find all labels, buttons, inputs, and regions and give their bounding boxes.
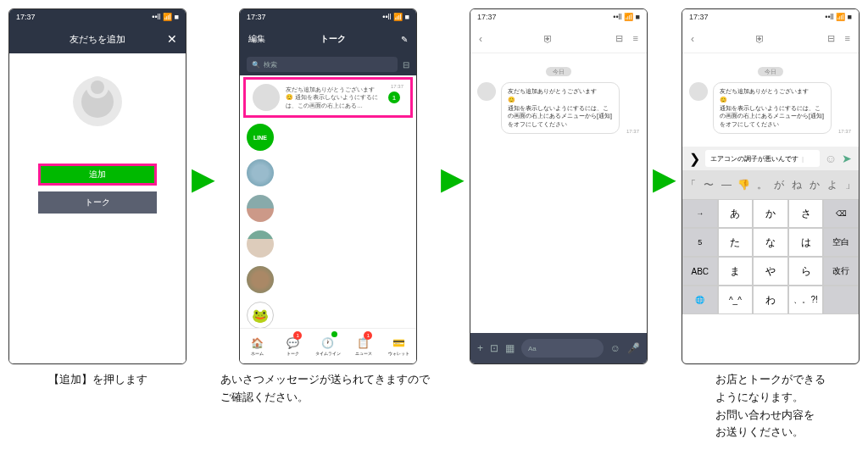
kb-key[interactable]: 、。?! [788,286,824,314]
back-icon[interactable]: ‹ [479,33,482,45]
tab-timeline[interactable]: タイムライン [310,329,346,363]
kb-key[interactable]: 〜 [700,170,718,199]
chat-message: 友だち追加ありがとうございます 😊 通知を表示しないようにするには、この画面の右… [477,82,640,134]
mic-icon[interactable]: 🎤 [627,342,640,354]
chat-item[interactable] [240,119,416,155]
kb-key[interactable]: な [753,228,788,257]
bottom-nav: ホーム トーク1 タイムライン ニュース1 ウォレット [240,328,416,363]
search-icon[interactable]: ⊟ [615,33,623,44]
talk-button[interactable]: トーク [38,191,157,214]
kb-key[interactable]: か [806,170,824,199]
arrow-icon: ▶ [441,161,465,197]
edit-button[interactable]: 編集 [248,33,265,45]
kb-key[interactable]: は [788,228,824,257]
kb-key[interactable]: 」 [841,170,859,199]
status-time: 17:37 [689,13,709,21]
tab-home[interactable]: ホーム [240,329,275,363]
kb-key[interactable]: あ [718,199,754,228]
tab-news[interactable]: ニュース1 [346,329,381,363]
avatar [689,82,708,101]
kb-key[interactable]: → [682,199,718,228]
badge: 1 [293,331,302,340]
kb-key-backspace[interactable]: ⌫ [823,199,859,228]
kb-key[interactable]: 👎 [735,170,753,199]
avatar [477,82,496,101]
kb-key[interactable]: 。 [753,170,771,199]
scan-icon[interactable]: ⊟ [403,60,409,69]
kb-key-space[interactable]: 空白 [823,228,859,257]
back-icon[interactable]: ‹ [691,33,694,45]
add-friend-header: 友だちを追加 ✕ [9,25,186,53]
kb-key-enter[interactable]: 改行 [823,257,859,286]
chat-item[interactable] [240,191,416,226]
kb-key[interactable]: ま [718,257,754,286]
keyboard-row: 🌐 ^_^ わ 、。?! [682,286,859,314]
kb-key-globe[interactable]: 🌐 [682,286,718,314]
message-input[interactable]: エアコンの調子が悪いんです| [705,150,820,167]
chat-preview: 友だち追加ありがとうございます 😊 通知を表示しないようにするには、この画面の右… [286,86,382,108]
kb-key[interactable]: が [771,170,788,199]
status-time: 17:37 [247,13,266,21]
kb-key[interactable]: わ [753,286,788,314]
avatar [247,230,274,258]
chat-item[interactable] [240,155,416,191]
phone-1-add-friend: 17:37 ••ll 📶 ■ 友だちを追加 ✕ 追加 トーク [8,8,186,364]
shield-icon: ⛨ [755,33,765,45]
chat-date: 今日 [689,62,852,77]
search-icon[interactable]: ⊟ [827,33,835,44]
phone-4-keyboard: 17:37 ••ll 📶 ■ ‹ ⛨ ⊟ ≡ 今日 友だち追加ありがとうございま… [682,8,860,364]
statusbar: 17:37 ••ll 📶 ■ [9,9,186,25]
status-time: 17:37 [16,13,36,21]
kb-key[interactable]: 5 [682,228,718,257]
chat-list: 友だち追加ありがとうございます 😊 通知を表示しないようにするには、この画面の右… [240,75,416,328]
status-time: 17:37 [477,13,497,21]
kb-key[interactable]: — [718,170,736,199]
avatar [73,77,122,126]
message-input[interactable]: Aa [521,339,604,358]
chat-input-bar: + ⊡ ▦ Aa ☺ 🎤 [470,333,647,363]
search-bar[interactable]: 🔍検索 ⊟ [240,53,416,75]
chat-item[interactable] [240,226,416,262]
kb-key-abc[interactable]: ABC [682,257,718,286]
header-title: トーク [320,33,346,45]
kb-key[interactable]: よ [823,170,841,199]
keyboard-row: 5 た な は 空白 [682,228,859,257]
kb-key[interactable]: 「 [682,170,700,199]
kb-key[interactable]: か [753,199,788,228]
statusbar: 17:37 ••ll 📶 ■ [240,9,416,25]
gallery-icon[interactable]: ▦ [505,342,515,354]
emoji-icon[interactable]: ☺ [825,152,837,165]
emoji-icon[interactable]: ☺ [610,342,620,354]
kb-key[interactable] [823,286,859,314]
chat-body: 今日 友だち追加ありがとうございます 😊 通知を表示しないようにするには、この画… [470,53,647,333]
kb-key[interactable]: た [718,228,754,257]
kb-key[interactable]: ら [788,257,824,286]
kb-key[interactable]: さ [788,199,824,228]
add-button[interactable]: 追加 [38,164,157,186]
expand-icon[interactable]: ❯ [689,151,700,167]
compose-icon[interactable]: ✎ [401,35,408,44]
tab-wallet[interactable]: ウォレット [381,329,416,363]
avatar [247,195,274,222]
badge [331,331,337,337]
avatar [247,124,274,151]
input-suggestion-bar: ❯ エアコンの調子が悪いんです| ☺➤ [682,147,859,170]
phone-2-talk-list: 17:37 ••ll 📶 ■ 編集 トーク ✎ 🔍検索 ⊟ 友だち追加ありがとう… [239,8,417,364]
unread-badge: 1 [388,92,400,103]
shield-icon: ⛨ [543,33,554,45]
send-icon[interactable]: ➤ [842,152,852,165]
badge: 1 [364,331,372,340]
tab-talk[interactable]: トーク1 [275,329,311,363]
chat-item-highlighted[interactable]: 友だち追加ありがとうございます 😊 通知を表示しないようにするには、この画面の右… [243,77,413,118]
camera-icon[interactable]: ⊡ [490,342,498,354]
chat-item[interactable] [240,262,416,297]
menu-icon[interactable]: ≡ [845,33,850,44]
chat-item[interactable] [240,297,416,328]
kb-key[interactable]: や [753,257,788,286]
kb-key[interactable]: ね [788,170,806,199]
plus-icon[interactable]: + [477,342,483,354]
kb-key[interactable]: ^_^ [718,286,754,314]
menu-icon[interactable]: ≡ [633,33,638,44]
status-icons: ••ll 📶 ■ [382,13,409,21]
close-icon[interactable]: ✕ [167,32,177,46]
